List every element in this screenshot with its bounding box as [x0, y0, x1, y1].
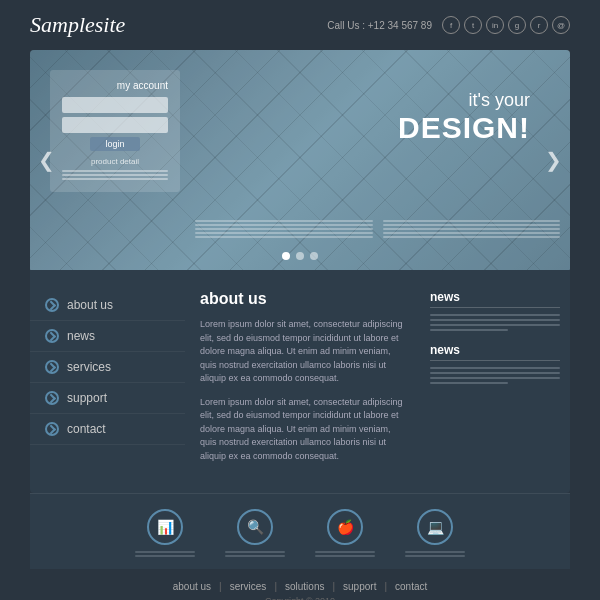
icon-bar-lines-3 [315, 549, 375, 559]
hero-pagination-dots [282, 252, 318, 260]
news-lines-2 [430, 367, 560, 384]
site-title: Samplesite [30, 12, 125, 38]
product-line-3 [62, 178, 168, 180]
hero-banner: my account login product detail it's you… [30, 50, 570, 270]
chart-icon[interactable]: 📊 [147, 509, 183, 545]
product-detail-lines [62, 170, 168, 180]
hero-lorem-columns [195, 218, 560, 240]
nav-label-support: support [67, 391, 107, 405]
nav-bullet-support [45, 391, 59, 405]
footer-nav: about us | services | solutions | suppor… [30, 581, 570, 592]
username-input[interactable] [62, 97, 168, 113]
news-section-2: news [430, 343, 560, 384]
hero-dot-3[interactable] [310, 252, 318, 260]
about-us-para-2: Lorem ipsum dolor sit amet, consectetur … [200, 396, 405, 464]
news-lines-1 [430, 314, 560, 331]
nav-bullet-news [45, 329, 59, 343]
laptop-icon[interactable]: 💻 [417, 509, 453, 545]
hero-prev-arrow[interactable]: ❮ [38, 148, 55, 172]
about-us-title: about us [200, 290, 405, 308]
social-icon-linkedin[interactable]: in [486, 16, 504, 34]
sidebar-nav: about us news services support contact [30, 270, 185, 493]
search-icon[interactable]: 🔍 [237, 509, 273, 545]
nav-label-contact: contact [67, 422, 106, 436]
nav-item-support[interactable]: support [30, 383, 185, 414]
footer-nav-support[interactable]: support [335, 581, 384, 592]
social-icons: f t in g r @ [442, 16, 570, 34]
social-icon-email[interactable]: @ [552, 16, 570, 34]
footer-copyright: Copyright © 2010 [30, 596, 570, 600]
call-us-text: Call Us : +12 34 567 89 [327, 20, 432, 31]
main-content: about us news services support contact a… [30, 270, 570, 493]
nav-bullet-about [45, 298, 59, 312]
social-icon-twitter[interactable]: t [464, 16, 482, 34]
icon-bar-item-3: 🍎 [315, 509, 375, 559]
social-icon-googleplus[interactable]: g [508, 16, 526, 34]
icon-bar-item-2: 🔍 [225, 509, 285, 559]
account-title: my account [62, 80, 168, 91]
icon-bar-lines-4 [405, 549, 465, 559]
news-title-2: news [430, 343, 560, 361]
nav-item-contact[interactable]: contact [30, 414, 185, 445]
nav-item-news[interactable]: news [30, 321, 185, 352]
about-us-para-1: Lorem ipsum dolor sit amet, consectetur … [200, 318, 405, 386]
product-line-2 [62, 174, 168, 176]
nav-bullet-contact [45, 422, 59, 436]
nav-label-about: about us [67, 298, 113, 312]
account-box: my account login product detail [50, 70, 180, 192]
news-section-1: news [430, 290, 560, 331]
footer-nav-solutions[interactable]: solutions [277, 581, 332, 592]
icon-bar-lines-1 [135, 549, 195, 559]
nav-item-about[interactable]: about us [30, 290, 185, 321]
hero-dot-2[interactable] [296, 252, 304, 260]
product-line-1 [62, 170, 168, 172]
social-icon-rss[interactable]: r [530, 16, 548, 34]
icon-bar: 📊 🔍 🍎 💻 [30, 493, 570, 569]
center-content: about us Lorem ipsum dolor sit amet, con… [185, 270, 420, 493]
hero-lorem-col-2 [383, 218, 561, 240]
nav-label-services: services [67, 360, 111, 374]
icon-bar-item-4: 💻 [405, 509, 465, 559]
hero-headline-2: DESIGN! [398, 111, 530, 145]
footer-nav-contact[interactable]: contact [387, 581, 435, 592]
nav-bullet-services [45, 360, 59, 374]
icon-bar-item-1: 📊 [135, 509, 195, 559]
header-right: Call Us : +12 34 567 89 f t in g r @ [327, 16, 570, 34]
hero-headline-1: it's your [398, 90, 530, 111]
hero-lorem-col-1 [195, 218, 373, 240]
product-detail-label: product detail [62, 157, 168, 166]
nav-label-news: news [67, 329, 95, 343]
footer-nav-about[interactable]: about us [165, 581, 219, 592]
password-input[interactable] [62, 117, 168, 133]
footer: about us | services | solutions | suppor… [0, 569, 600, 600]
icon-bar-lines-2 [225, 549, 285, 559]
right-content: news news [420, 270, 570, 493]
news-title-1: news [430, 290, 560, 308]
hero-next-arrow[interactable]: ❯ [545, 148, 562, 172]
hero-dot-1[interactable] [282, 252, 290, 260]
social-icon-facebook[interactable]: f [442, 16, 460, 34]
apple-icon[interactable]: 🍎 [327, 509, 363, 545]
hero-text: it's your DESIGN! [398, 90, 530, 145]
footer-nav-services[interactable]: services [222, 581, 275, 592]
login-button[interactable]: login [90, 137, 140, 151]
nav-item-services[interactable]: services [30, 352, 185, 383]
header: Samplesite Call Us : +12 34 567 89 f t i… [0, 0, 600, 50]
